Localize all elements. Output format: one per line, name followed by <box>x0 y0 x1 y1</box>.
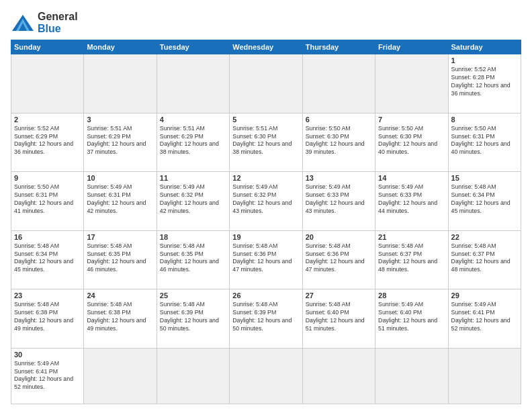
calendar-cell: 26Sunrise: 5:48 AM Sunset: 6:39 PM Dayli… <box>230 289 302 349</box>
calendar-cell: 20Sunrise: 5:48 AM Sunset: 6:36 PM Dayli… <box>302 230 375 289</box>
calendar-week-row: 23Sunrise: 5:48 AM Sunset: 6:38 PM Dayli… <box>11 289 521 349</box>
day-info: Sunrise: 5:48 AM Sunset: 6:38 PM Dayligh… <box>87 301 153 333</box>
calendar-cell <box>230 54 302 113</box>
calendar-cell: 11Sunrise: 5:49 AM Sunset: 6:32 PM Dayli… <box>157 172 229 231</box>
day-number: 9 <box>14 174 81 182</box>
calendar-cell: 15Sunrise: 5:48 AM Sunset: 6:34 PM Dayli… <box>448 172 521 231</box>
logo-icon <box>11 13 35 32</box>
day-info: Sunrise: 5:48 AM Sunset: 6:37 PM Dayligh… <box>378 242 445 275</box>
day-number: 14 <box>378 174 445 182</box>
day-number: 18 <box>160 233 226 241</box>
day-info: Sunrise: 5:49 AM Sunset: 6:41 PM Dayligh… <box>14 360 81 392</box>
calendar-cell: 14Sunrise: 5:49 AM Sunset: 6:33 PM Dayli… <box>375 172 448 231</box>
day-number: 22 <box>451 233 518 241</box>
day-number: 21 <box>378 233 445 241</box>
calendar-cell: 8Sunrise: 5:50 AM Sunset: 6:31 PM Daylig… <box>448 113 521 172</box>
day-info: Sunrise: 5:49 AM Sunset: 6:33 PM Dayligh… <box>378 183 445 216</box>
calendar-cell: 30Sunrise: 5:49 AM Sunset: 6:41 PM Dayli… <box>11 348 84 404</box>
day-info: Sunrise: 5:51 AM Sunset: 6:29 PM Dayligh… <box>160 125 226 157</box>
day-info: Sunrise: 5:50 AM Sunset: 6:31 PM Dayligh… <box>451 125 518 157</box>
day-number: 25 <box>160 291 226 300</box>
calendar-cell <box>157 348 229 404</box>
calendar-cell: 1Sunrise: 5:52 AM Sunset: 6:28 PM Daylig… <box>448 54 521 113</box>
calendar-cell: 13Sunrise: 5:49 AM Sunset: 6:33 PM Dayli… <box>302 172 375 231</box>
calendar-cell: 10Sunrise: 5:49 AM Sunset: 6:31 PM Dayli… <box>84 172 157 231</box>
weekday-header: Sunday <box>11 40 84 54</box>
day-number: 26 <box>232 291 299 300</box>
day-info: Sunrise: 5:51 AM Sunset: 6:30 PM Dayligh… <box>232 125 299 157</box>
header: General Blue <box>11 11 521 34</box>
calendar-cell <box>11 54 84 113</box>
day-info: Sunrise: 5:48 AM Sunset: 6:35 PM Dayligh… <box>87 242 153 275</box>
day-info: Sunrise: 5:48 AM Sunset: 6:38 PM Dayligh… <box>14 301 81 333</box>
calendar-cell: 12Sunrise: 5:49 AM Sunset: 6:32 PM Dayli… <box>230 172 302 231</box>
calendar-week-row: 2Sunrise: 5:52 AM Sunset: 6:29 PM Daylig… <box>11 113 521 172</box>
day-info: Sunrise: 5:48 AM Sunset: 6:36 PM Dayligh… <box>306 242 372 275</box>
day-info: Sunrise: 5:48 AM Sunset: 6:39 PM Dayligh… <box>232 301 299 333</box>
calendar-cell: 25Sunrise: 5:48 AM Sunset: 6:39 PM Dayli… <box>157 289 229 349</box>
calendar-cell <box>375 348 448 404</box>
calendar-cell: 16Sunrise: 5:48 AM Sunset: 6:34 PM Dayli… <box>11 230 84 289</box>
day-number: 16 <box>14 233 81 241</box>
page: General Blue SundayMondayTuesdayWednesda… <box>0 0 532 411</box>
weekday-header-row: SundayMondayTuesdayWednesdayThursdayFrid… <box>11 40 521 54</box>
day-info: Sunrise: 5:48 AM Sunset: 6:36 PM Dayligh… <box>232 242 299 275</box>
day-number: 28 <box>378 291 445 300</box>
day-info: Sunrise: 5:50 AM Sunset: 6:30 PM Dayligh… <box>378 125 445 157</box>
day-number: 29 <box>451 291 518 300</box>
day-number: 12 <box>232 174 299 182</box>
calendar-week-row: 16Sunrise: 5:48 AM Sunset: 6:34 PM Dayli… <box>11 230 521 289</box>
day-info: Sunrise: 5:49 AM Sunset: 6:41 PM Dayligh… <box>451 301 518 333</box>
day-info: Sunrise: 5:50 AM Sunset: 6:30 PM Dayligh… <box>306 125 372 157</box>
calendar-cell: 9Sunrise: 5:50 AM Sunset: 6:31 PM Daylig… <box>11 172 84 231</box>
day-info: Sunrise: 5:49 AM Sunset: 6:32 PM Dayligh… <box>160 183 226 216</box>
weekday-header: Tuesday <box>157 40 229 54</box>
calendar-week-row: 1Sunrise: 5:52 AM Sunset: 6:28 PM Daylig… <box>11 54 521 113</box>
calendar-week-row: 9Sunrise: 5:50 AM Sunset: 6:31 PM Daylig… <box>11 172 521 231</box>
day-info: Sunrise: 5:48 AM Sunset: 6:34 PM Dayligh… <box>451 183 518 216</box>
calendar-cell: 7Sunrise: 5:50 AM Sunset: 6:30 PM Daylig… <box>375 113 448 172</box>
day-info: Sunrise: 5:52 AM Sunset: 6:29 PM Dayligh… <box>14 125 81 157</box>
calendar-week-row: 30Sunrise: 5:49 AM Sunset: 6:41 PM Dayli… <box>11 348 521 404</box>
day-number: 15 <box>451 174 518 182</box>
weekday-header: Friday <box>375 40 448 54</box>
day-info: Sunrise: 5:50 AM Sunset: 6:31 PM Dayligh… <box>14 183 81 216</box>
calendar-cell: 23Sunrise: 5:48 AM Sunset: 6:38 PM Dayli… <box>11 289 84 349</box>
calendar-cell: 24Sunrise: 5:48 AM Sunset: 6:38 PM Dayli… <box>84 289 157 349</box>
day-number: 3 <box>87 116 153 124</box>
day-number: 8 <box>451 116 518 124</box>
day-info: Sunrise: 5:49 AM Sunset: 6:31 PM Dayligh… <box>87 183 153 216</box>
calendar-cell: 29Sunrise: 5:49 AM Sunset: 6:41 PM Dayli… <box>448 289 521 349</box>
day-number: 19 <box>232 233 299 241</box>
calendar-cell: 28Sunrise: 5:49 AM Sunset: 6:40 PM Dayli… <box>375 289 448 349</box>
calendar-cell <box>230 348 302 404</box>
calendar-cell: 22Sunrise: 5:48 AM Sunset: 6:37 PM Dayli… <box>448 230 521 289</box>
calendar-cell: 27Sunrise: 5:48 AM Sunset: 6:40 PM Dayli… <box>302 289 375 349</box>
calendar-cell: 19Sunrise: 5:48 AM Sunset: 6:36 PM Dayli… <box>230 230 302 289</box>
day-number: 20 <box>306 233 372 241</box>
day-number: 4 <box>160 116 226 124</box>
day-number: 2 <box>14 116 81 124</box>
day-number: 17 <box>87 233 153 241</box>
calendar-cell: 17Sunrise: 5:48 AM Sunset: 6:35 PM Dayli… <box>84 230 157 289</box>
weekday-header: Monday <box>84 40 157 54</box>
calendar-cell: 6Sunrise: 5:50 AM Sunset: 6:30 PM Daylig… <box>302 113 375 172</box>
day-info: Sunrise: 5:49 AM Sunset: 6:40 PM Dayligh… <box>378 301 445 333</box>
day-number: 1 <box>451 56 518 64</box>
weekday-header: Saturday <box>448 40 521 54</box>
day-info: Sunrise: 5:49 AM Sunset: 6:32 PM Dayligh… <box>232 183 299 216</box>
day-info: Sunrise: 5:48 AM Sunset: 6:35 PM Dayligh… <box>160 242 226 275</box>
day-number: 13 <box>306 174 372 182</box>
weekday-header: Wednesday <box>230 40 302 54</box>
day-info: Sunrise: 5:52 AM Sunset: 6:28 PM Dayligh… <box>451 66 518 98</box>
day-number: 23 <box>14 291 81 300</box>
day-number: 6 <box>306 116 372 124</box>
logo: General Blue <box>11 11 78 34</box>
calendar-cell <box>84 348 157 404</box>
day-number: 7 <box>378 116 445 124</box>
calendar-cell: 21Sunrise: 5:48 AM Sunset: 6:37 PM Dayli… <box>375 230 448 289</box>
calendar-cell: 18Sunrise: 5:48 AM Sunset: 6:35 PM Dayli… <box>157 230 229 289</box>
calendar-cell: 5Sunrise: 5:51 AM Sunset: 6:30 PM Daylig… <box>230 113 302 172</box>
calendar-cell <box>302 348 375 404</box>
day-number: 10 <box>87 174 153 182</box>
